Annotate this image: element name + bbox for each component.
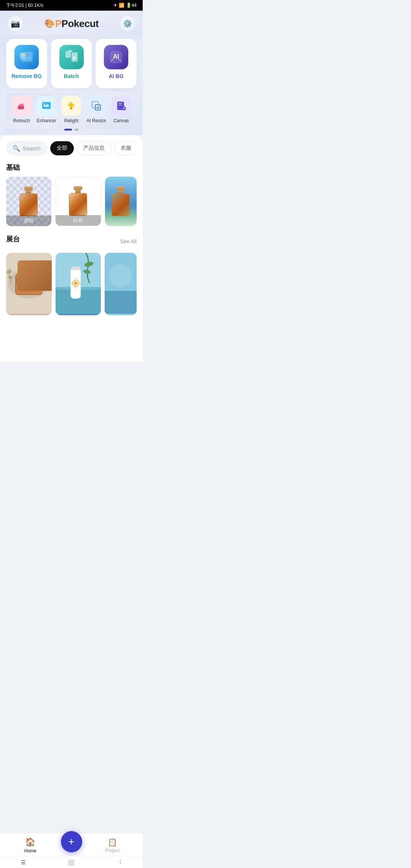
retouch-tool[interactable]: Retouch xyxy=(12,96,32,123)
filter-clothing[interactable]: 衣服 xyxy=(114,141,137,155)
app-header: 📷 🎨 PPokecut ⚙️ xyxy=(0,11,143,35)
bottle-body xyxy=(19,193,38,216)
bottle-body-2 xyxy=(69,193,87,216)
top-cards-row: Remove BG Batch xyxy=(6,39,137,88)
relight-tool[interactable]: Relight xyxy=(61,96,81,123)
svg-rect-40 xyxy=(18,290,40,290)
page-dot-active xyxy=(64,129,72,131)
gear-icon: ⚙️ xyxy=(123,19,132,28)
remove-bg-label: Remove BG xyxy=(11,73,41,79)
search-placeholder: Search xyxy=(22,145,41,152)
svg-line-22 xyxy=(69,103,70,104)
main-content: 🔍 Search 全部 产品信息 衣服 商... 基础 透明 白色 xyxy=(0,135,143,362)
search-filter-row: 🔍 Search 全部 产品信息 衣服 商... xyxy=(6,141,137,156)
bottle-white xyxy=(69,186,87,216)
ai-bg-svg: AI xyxy=(108,49,124,65)
status-bar: 下午2:01 | 60.1K/s ✈ 📶 🔋44 xyxy=(0,0,143,11)
svg-line-23 xyxy=(73,107,74,108)
svg-rect-39 xyxy=(18,285,40,286)
airplane-icon: ✈ xyxy=(113,3,117,8)
status-time: 下午2:01 | 60.1K/s xyxy=(6,2,43,9)
page-dot-inactive xyxy=(74,129,79,131)
basic-section-title: 基础 xyxy=(6,163,137,172)
wifi-icon: 📶 xyxy=(119,3,124,8)
svg-text:AI: AI xyxy=(97,107,99,109)
bottle-cap xyxy=(24,187,33,190)
icon-tools-row: Retouch HD Enhancer xyxy=(6,93,137,129)
svg-point-16 xyxy=(43,103,45,105)
svg-point-4 xyxy=(22,54,25,56)
svg-text:+: + xyxy=(123,107,125,110)
enhancer-icon: HD xyxy=(37,96,56,116)
svg-point-17 xyxy=(69,103,73,107)
remove-bg-card[interactable]: Remove BG xyxy=(6,39,47,88)
batch-icon xyxy=(59,45,84,69)
relight-label: Relight xyxy=(64,118,78,123)
blue-scene-thumb[interactable] xyxy=(105,253,137,315)
status-icons: ✈ 📶 🔋44 xyxy=(113,3,137,8)
canvas-tool[interactable]: + Canvas xyxy=(111,96,131,123)
tube-scene-thumb[interactable] xyxy=(56,253,101,315)
batch-card[interactable]: Batch xyxy=(51,39,92,88)
page-indicator xyxy=(6,129,137,135)
bottle-neck-2 xyxy=(75,190,81,193)
svg-rect-5 xyxy=(65,51,71,58)
showcase-thumbnails xyxy=(6,253,137,315)
batch-svg xyxy=(63,49,80,65)
tube-svg xyxy=(56,253,101,314)
search-icon: 🔍 xyxy=(13,145,20,152)
bottle-transparent xyxy=(19,187,38,216)
white-label: 白色 xyxy=(56,215,101,226)
retouch-icon xyxy=(12,96,32,116)
camera-button[interactable]: 📷 xyxy=(8,16,23,31)
filter-all[interactable]: 全部 xyxy=(50,141,74,155)
basic-thumbnails: 透明 白色 xyxy=(6,177,137,226)
bag-scene-thumb[interactable] xyxy=(6,253,52,315)
bottle-cap-3 xyxy=(116,187,125,190)
svg-rect-37 xyxy=(26,282,32,286)
app-logo: 🎨 PPokecut xyxy=(44,18,99,30)
svg-rect-51 xyxy=(71,266,80,270)
search-bar[interactable]: 🔍 Search xyxy=(6,141,47,155)
showcase-section-title: 展台 xyxy=(6,235,20,244)
retouch-label: Retouch xyxy=(13,118,30,123)
ai-bg-label: AI BG xyxy=(109,73,124,79)
bottle-neck xyxy=(26,190,31,193)
ai-resize-icon: AI xyxy=(86,96,106,116)
see-all-button[interactable]: See All xyxy=(120,238,137,244)
svg-rect-24 xyxy=(70,107,72,109)
bottle-beach xyxy=(112,187,130,216)
remove-bg-svg xyxy=(18,49,35,65)
transparent-label: 透明 xyxy=(6,215,51,226)
showcase-section-header: 展台 See All xyxy=(6,235,137,248)
bottle-neck-3 xyxy=(118,190,123,193)
blue-svg xyxy=(105,253,137,314)
white-thumb[interactable]: 白色 xyxy=(55,177,101,226)
transparent-thumb[interactable]: 透明 xyxy=(6,177,51,226)
logo-icon: 🎨 xyxy=(44,19,54,29)
svg-rect-31 xyxy=(118,103,122,104)
svg-point-60 xyxy=(109,264,132,287)
top-feature-section: Remove BG Batch xyxy=(0,35,143,135)
app-name: PPokecut xyxy=(55,18,99,30)
enhancer-label: Enhancer xyxy=(37,118,56,123)
settings-button[interactable]: ⚙️ xyxy=(120,16,135,31)
bottle-cap-2 xyxy=(74,186,82,190)
beach-thumb[interactable] xyxy=(105,177,137,226)
camera-icon: 📷 xyxy=(11,19,20,28)
battery-icon: 🔋44 xyxy=(126,3,137,8)
svg-rect-3 xyxy=(21,52,33,62)
canvas-icon: + xyxy=(111,96,131,116)
canvas-label: Canvas xyxy=(113,118,129,123)
svg-point-53 xyxy=(74,282,77,285)
svg-rect-32 xyxy=(118,105,121,105)
enhancer-tool[interactable]: HD Enhancer xyxy=(37,96,56,123)
filter-product-info[interactable]: 产品信息 xyxy=(77,141,111,155)
svg-rect-35 xyxy=(16,274,42,295)
svg-rect-38 xyxy=(27,282,30,285)
svg-rect-59 xyxy=(105,291,137,314)
batch-label: Batch xyxy=(64,73,79,79)
ai-bg-card[interactable]: AI AI BG xyxy=(96,39,137,88)
bottle-body-3 xyxy=(112,193,130,216)
ai-resize-tool[interactable]: AI AI Resize xyxy=(86,96,106,123)
